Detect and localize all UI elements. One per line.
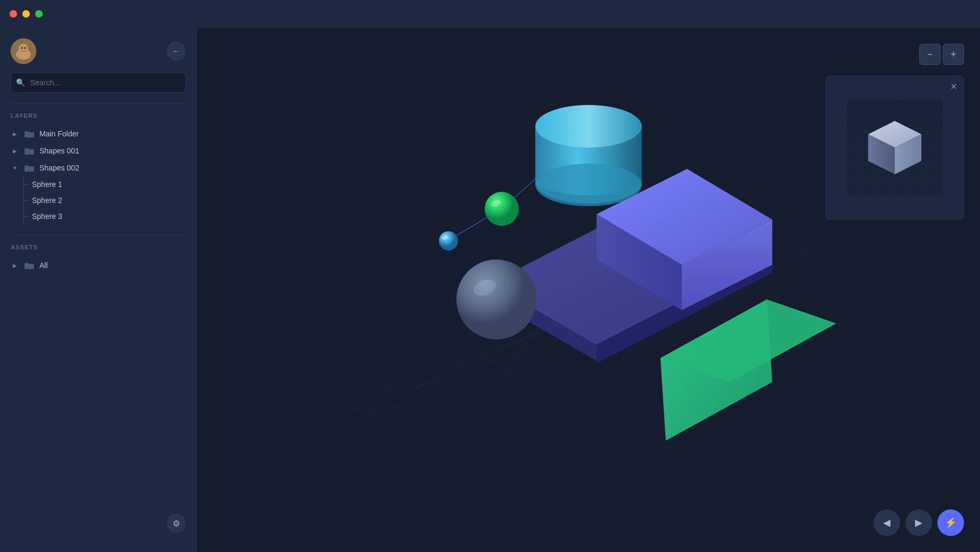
- play-button[interactable]: ▶: [905, 509, 932, 536]
- sidebar-item-main-folder-label: Main Folder: [39, 129, 79, 138]
- sidebar-bottom: ⚙: [0, 505, 197, 541]
- folder-icon-main-folder: [23, 129, 35, 139]
- folder-icon-shapes-002: [23, 163, 35, 173]
- folder-icon-shapes-001: [23, 146, 35, 156]
- search-input[interactable]: [11, 72, 186, 93]
- navigate-icon: ◀: [883, 517, 891, 529]
- sidebar-header: ←: [0, 38, 197, 72]
- folder-icon-all: [23, 261, 35, 270]
- search-icon: 🔍: [16, 78, 25, 87]
- sidebar-item-shapes-002[interactable]: ▼ Shapes 002: [0, 159, 197, 176]
- zoom-out-button[interactable]: −: [919, 44, 941, 65]
- search-bar: 🔍: [11, 72, 186, 93]
- divider-1: [11, 103, 186, 104]
- back-button[interactable]: ←: [167, 42, 186, 61]
- divider-2: [11, 235, 186, 236]
- sidebar-item-sphere-2[interactable]: Sphere 2: [0, 192, 197, 208]
- titlebar: [0, 0, 980, 28]
- maximize-button[interactable]: [35, 10, 43, 18]
- main-layout: ← 🔍 LAYERS ▶ Main Folder ▶: [0, 28, 980, 552]
- expand-arrow-all: ▶: [11, 261, 19, 270]
- svg-point-32: [439, 231, 458, 250]
- minimize-button[interactable]: [22, 10, 30, 18]
- close-button[interactable]: [10, 10, 17, 18]
- sidebar-item-shapes-001[interactable]: ▶ Shapes 001: [0, 142, 197, 159]
- play-icon: ▶: [915, 517, 922, 529]
- lightning-icon: ⚡: [945, 517, 957, 529]
- lightning-button[interactable]: ⚡: [937, 509, 964, 536]
- zoom-in-button[interactable]: +: [943, 44, 964, 65]
- layers-label: LAYERS: [0, 112, 197, 125]
- zoom-controls: − +: [919, 44, 964, 65]
- sidebar-item-all[interactable]: ▶ All: [0, 257, 197, 274]
- navigate-button[interactable]: ◀: [873, 509, 900, 536]
- preview-close-button[interactable]: ✕: [950, 82, 957, 92]
- sidebar-item-sphere-3-label: Sphere 3: [32, 212, 62, 221]
- sidebar-item-shapes-001-label: Shapes 001: [39, 147, 79, 155]
- preview-cube-svg: [847, 100, 943, 196]
- sidebar-item-all-label: All: [39, 261, 48, 270]
- svg-point-26: [535, 105, 642, 148]
- svg-point-2: [19, 44, 28, 53]
- settings-button[interactable]: ⚙: [167, 514, 186, 533]
- sidebar-item-sphere-3[interactable]: Sphere 3: [0, 208, 197, 224]
- svg-point-4: [24, 47, 26, 49]
- svg-point-27: [535, 164, 642, 206]
- svg-point-28: [456, 259, 536, 339]
- sidebar-item-sphere-1[interactable]: Sphere 1: [0, 176, 197, 192]
- assets-label: ASSETS: [0, 244, 197, 257]
- sidebar-item-shapes-002-label: Shapes 002: [39, 164, 79, 172]
- expand-arrow-main-folder: ▶: [11, 129, 19, 138]
- sidebar-item-sphere-2-label: Sphere 2: [32, 196, 62, 205]
- expand-arrow-shapes-001: ▶: [11, 147, 19, 155]
- avatar: [11, 38, 36, 64]
- action-buttons: ◀ ▶ ⚡: [873, 509, 964, 536]
- svg-point-30: [485, 192, 519, 226]
- canvas-area[interactable]: − + ✕: [197, 28, 980, 552]
- svg-point-3: [21, 47, 23, 49]
- preview-panel: ✕: [826, 76, 964, 220]
- sidebar: ← 🔍 LAYERS ▶ Main Folder ▶: [0, 28, 197, 552]
- sidebar-item-sphere-1-label: Sphere 1: [32, 180, 62, 189]
- expand-arrow-shapes-002: ▼: [11, 164, 19, 172]
- sidebar-item-main-folder[interactable]: ▶ Main Folder: [0, 125, 197, 142]
